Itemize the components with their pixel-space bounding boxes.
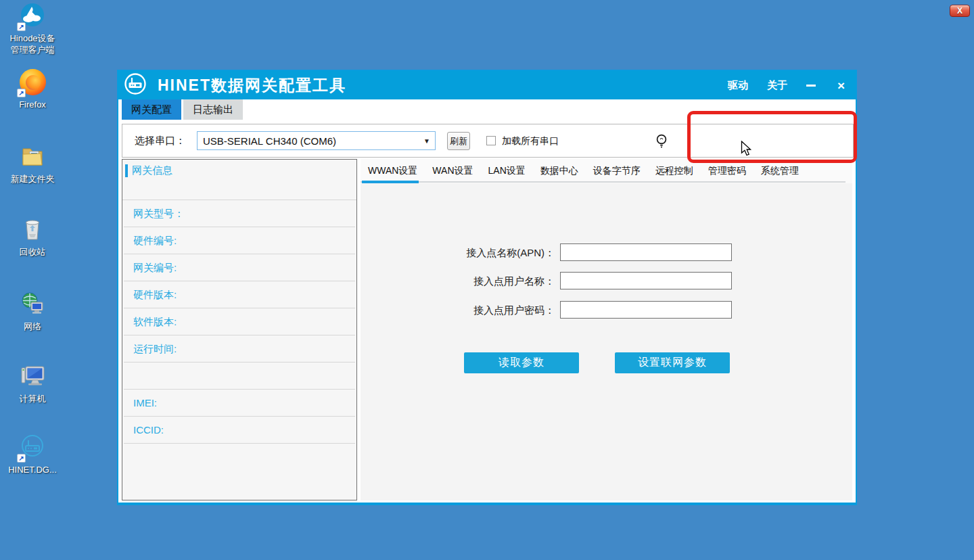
gateway-info-header: 网关信息 [122,160,356,200]
about-menu-button[interactable]: 关于 [767,79,787,92]
desktop-icon-computer[interactable]: 计算机 [1,362,64,404]
tab-remote[interactable]: 远程控制 [648,165,701,177]
desktop-icon-label: Firefox [19,99,46,110]
tab-password[interactable]: 管理密码 [701,165,753,177]
tab-datacenter[interactable]: 数据中心 [533,165,586,177]
info-row-hw-ver: 硬件版本: [124,281,355,308]
set-network-params-button[interactable]: 设置联网参数 [615,352,730,373]
minimize-button[interactable] [806,85,816,87]
driver-menu-button[interactable]: 驱动 [728,79,748,92]
info-row-imei: IMEI: [124,390,355,417]
serial-port-select[interactable]: USB-SERIAL CH340 (COM6) ▼ [197,131,436,150]
tab-log-output[interactable]: 日志输出 [183,99,243,120]
desktop-icon-label: Hinode设备 管理客户端 [9,32,55,55]
tab-gateway-config[interactable]: 网关配置 [122,99,181,120]
apn-input[interactable] [560,243,732,261]
tab-wwan[interactable]: WWAN设置 [361,165,425,177]
apn-user-label: 接入点用户名称： [379,272,555,291]
titlebar: HINET数据网关配置工具 驱动 关于 × [118,71,856,99]
tab-lan[interactable]: LAN设置 [481,165,533,177]
close-button[interactable]: × [837,79,845,92]
info-row-model: 网关型号： [124,200,355,227]
folder-icon [18,142,47,170]
shortcut-arrow-icon: ↗ [17,22,26,31]
info-row-empty [124,363,355,390]
desktop-icon-recycle-bin[interactable]: 回收站 [1,215,64,258]
lightbulb-icon[interactable] [654,133,669,152]
serial-port-label: 选择串口： [135,124,185,157]
apn-pass-input[interactable] [560,301,732,319]
desktop-icon-label: 回收站 [20,246,46,258]
settings-tabstrip: WWAN设置 WAN设置 LAN设置 数据中心 设备字节序 远程控制 管理密码 … [361,159,852,183]
refresh-button[interactable]: 刷新 [447,132,470,150]
tab-system[interactable]: 系统管理 [753,165,806,177]
app-window: HINET数据网关配置工具 驱动 关于 × 网关配置 日志输出 选择串口： US… [117,70,857,505]
desktop-icon-firefox[interactable]: ↗ Firefox [1,68,64,110]
chevron-down-icon: ▼ [419,137,435,145]
window-body: 选择串口： USB-SERIAL CH340 (COM6) ▼ 刷新 加载所有串… [118,120,856,503]
tabstrip-underline [361,181,845,183]
desktop-icon-new-folder[interactable]: 新建文件夹 [1,142,64,185]
screen-close-button[interactable]: X [950,5,970,17]
info-row-sw-ver: 软件版本: [124,308,355,335]
desktop-icon-label: 新建文件夹 [11,173,55,185]
load-all-ports-label: 加载所有串口 [502,124,559,157]
desktop-icon-label: HINET.DG... [8,464,57,475]
window-tabstrip: 网关配置 日志输出 [118,99,856,120]
hinode-client-icon: ↗ [18,1,47,30]
serial-port-bar: 选择串口： USB-SERIAL CH340 (COM6) ▼ 刷新 加载所有串… [122,124,854,158]
serial-port-value: USB-SERIAL CH340 (COM6) [198,135,419,147]
tab-wan[interactable]: WAN设置 [425,165,480,177]
desktop-icon-hinet-dg[interactable]: ↗ HINET.DG... [1,433,64,475]
gateway-info-panel: 网关信息 网关型号： 硬件编号: 网关编号: 硬件版本: 软件版本: 运行时间:… [122,159,357,500]
apn-row: 接入点名称(APN)： [361,243,852,262]
apn-pass-row: 接入点用户密码： [361,301,852,320]
shortcut-arrow-icon: ↗ [17,89,26,97]
apn-user-input[interactable] [560,272,732,289]
desktop-icon-hinode-client[interactable]: ↗ Hinode设备 管理客户端 [1,1,64,55]
desktop-icon-label: 计算机 [20,393,46,404]
info-row-hw-sn: 硬件编号: [124,227,355,254]
desktop-icon-network[interactable]: 网络 [1,289,64,332]
network-icon [18,289,47,318]
info-row-uptime: 运行时间: [124,335,355,363]
firefox-icon: ↗ [18,68,47,96]
app-logo-icon [124,72,147,98]
apn-label: 接入点名称(APN)： [379,243,555,262]
info-row-iccid: ICCID: [124,417,355,444]
desktop-icon-label: 网络 [24,321,41,332]
apn-pass-label: 接入点用户密码： [379,301,555,320]
settings-panel: WWAN设置 WAN设置 LAN设置 数据中心 设备字节序 远程控制 管理密码 … [361,159,852,500]
tab-byteorder[interactable]: 设备字节序 [586,165,648,177]
active-tab-indicator [362,181,419,183]
info-row-gw-sn: 网关编号: [124,254,355,281]
apn-user-row: 接入点用户名称： [361,272,852,291]
recycle-bin-icon [18,215,47,243]
window-title: HINET数据网关配置工具 [158,75,728,96]
load-all-ports-checkbox[interactable] [486,136,496,145]
hinet-dg-icon: ↗ [18,433,47,461]
computer-icon [18,362,47,390]
accent-bar [125,164,128,177]
shortcut-arrow-icon: ↗ [17,454,26,463]
read-params-button[interactable]: 读取参数 [464,352,579,373]
